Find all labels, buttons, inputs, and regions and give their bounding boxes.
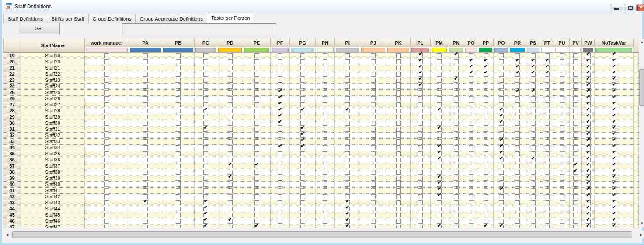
task-checkbox[interactable]	[454, 121, 459, 126]
row-number-cell[interactable]: 28	[3, 108, 21, 114]
task-checkbox[interactable]	[469, 139, 473, 144]
task-checkbox[interactable]: ✔	[254, 164, 259, 168]
task-checkbox[interactable]	[345, 164, 350, 168]
task-checkbox[interactable]	[203, 158, 208, 162]
task-checkbox[interactable]	[531, 213, 536, 217]
task-checkbox[interactable]	[454, 158, 459, 162]
task-checkbox[interactable]	[176, 121, 181, 126]
task-checkbox[interactable]	[454, 115, 459, 119]
task-checkbox[interactable]	[371, 188, 376, 193]
task-checkbox[interactable]	[437, 84, 442, 89]
task-checkbox[interactable]	[345, 188, 350, 193]
task-checkbox[interactable]	[143, 53, 148, 58]
task-checkbox[interactable]	[454, 108, 459, 113]
task-checkbox[interactable]	[560, 96, 564, 101]
horizontal-scroll-thumb[interactable]	[12, 231, 632, 238]
task-checkbox[interactable]	[254, 72, 259, 77]
task-checkbox[interactable]	[437, 78, 442, 83]
task-checkbox[interactable]	[203, 176, 208, 181]
task-checkbox[interactable]	[323, 145, 327, 150]
row-number-cell[interactable]: 36	[3, 157, 21, 163]
task-checkbox[interactable]	[176, 182, 181, 187]
column-header-PS[interactable]: PS	[526, 39, 540, 53]
task-checkbox[interactable]	[531, 145, 536, 150]
task-checkbox[interactable]	[104, 102, 109, 107]
task-checkbox[interactable]	[545, 108, 550, 113]
task-checkbox[interactable]	[254, 139, 259, 144]
task-checkbox[interactable]	[531, 170, 536, 175]
task-checkbox[interactable]	[254, 127, 259, 132]
task-checkbox[interactable]	[228, 127, 233, 132]
task-checkbox[interactable]	[323, 225, 327, 228]
task-checkbox[interactable]	[499, 200, 504, 205]
task-checkbox[interactable]	[573, 102, 578, 107]
staff-name-cell[interactable]: Staff35	[21, 151, 85, 157]
task-checkbox[interactable]	[228, 108, 233, 113]
task-checkbox[interactable]	[454, 206, 459, 211]
task-checkbox[interactable]	[143, 60, 148, 64]
task-checkbox[interactable]: ✔	[418, 84, 423, 89]
task-checkbox[interactable]	[418, 121, 423, 126]
column-header-label[interactable]: PD	[217, 39, 243, 47]
staff-name-cell[interactable]: Staff43	[21, 200, 85, 206]
task-checkbox[interactable]	[396, 200, 401, 205]
task-checkbox[interactable]	[323, 213, 327, 217]
task-checkbox[interactable]	[371, 90, 376, 95]
column-header-label[interactable]: PS	[526, 39, 540, 47]
task-checkbox[interactable]	[545, 225, 550, 228]
task-checkbox[interactable]	[345, 53, 350, 58]
task-checkbox[interactable]	[560, 219, 564, 224]
task-checkbox[interactable]	[560, 158, 564, 162]
task-checkbox[interactable]	[531, 108, 536, 113]
task-checkbox[interactable]	[104, 176, 109, 181]
column-header-work_manager[interactable]: work manager	[85, 39, 129, 53]
task-checkbox[interactable]	[323, 206, 327, 211]
task-checkbox[interactable]	[203, 164, 208, 168]
task-checkbox[interactable]	[515, 115, 520, 119]
task-checkbox[interactable]	[203, 170, 208, 175]
task-checkbox[interactable]	[499, 72, 504, 77]
task-checkbox[interactable]: ✔	[499, 225, 504, 228]
column-header-label[interactable]: PI	[335, 39, 360, 47]
tab-tasks-per-person[interactable]: Tasks per Person	[207, 13, 254, 23]
task-checkbox[interactable]	[278, 206, 282, 211]
task-checkbox[interactable]	[515, 225, 520, 228]
task-checkbox[interactable]	[203, 84, 208, 89]
task-checkbox[interactable]	[560, 72, 564, 77]
task-checkbox[interactable]: ✔	[203, 225, 208, 228]
task-checkbox[interactable]	[469, 96, 473, 101]
task-checkbox[interactable]	[104, 164, 109, 168]
task-checkbox[interactable]	[560, 133, 564, 138]
task-checkbox[interactable]	[499, 206, 504, 211]
grid-corner-cell[interactable]	[3, 39, 21, 53]
task-checkbox[interactable]	[228, 72, 233, 77]
task-checkbox[interactable]	[104, 182, 109, 187]
task-checkbox[interactable]: ✔	[203, 127, 208, 132]
task-checkbox[interactable]	[418, 176, 423, 181]
task-checkbox[interactable]	[228, 90, 233, 95]
task-checkbox[interactable]	[418, 170, 423, 175]
task-checkbox[interactable]	[454, 151, 459, 156]
task-checkbox[interactable]	[300, 158, 305, 162]
task-checkbox[interactable]	[454, 133, 459, 138]
task-checkbox[interactable]	[323, 200, 327, 205]
task-checkbox[interactable]	[396, 102, 401, 107]
task-checkbox[interactable]	[254, 194, 259, 199]
task-checkbox[interactable]	[573, 225, 578, 228]
column-header-PQ[interactable]: PQ	[494, 39, 509, 53]
task-checkbox[interactable]	[228, 225, 233, 228]
task-checkbox[interactable]	[323, 84, 327, 89]
task-checkbox[interactable]	[573, 60, 578, 64]
task-checkbox[interactable]	[104, 200, 109, 205]
task-checkbox[interactable]	[203, 72, 208, 77]
task-checkbox[interactable]	[418, 225, 423, 228]
task-checkbox[interactable]	[300, 200, 305, 205]
task-checkbox[interactable]	[499, 53, 504, 58]
task-checkbox[interactable]	[418, 90, 423, 95]
task-checkbox[interactable]	[531, 219, 536, 224]
staff-name-cell[interactable]: Staff38	[21, 169, 85, 175]
task-checkbox[interactable]	[573, 219, 578, 224]
task-checkbox[interactable]	[545, 188, 550, 193]
task-checkbox[interactable]	[396, 84, 401, 89]
task-checkbox[interactable]	[254, 145, 259, 150]
